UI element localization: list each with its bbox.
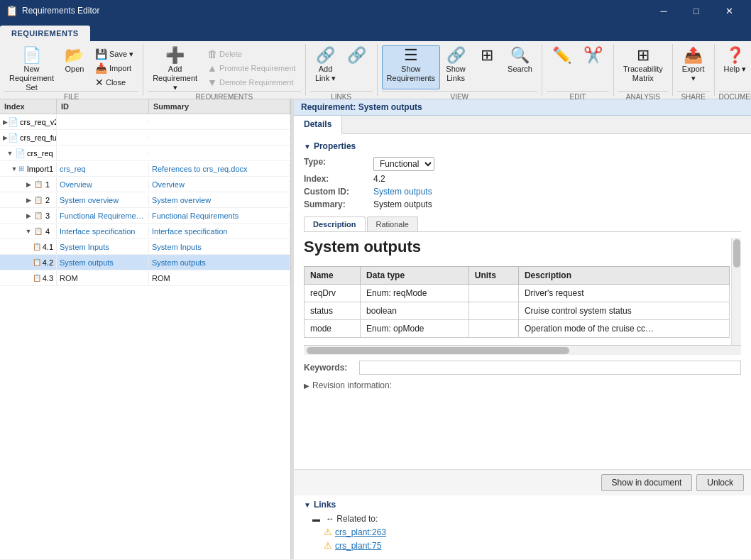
req-title: Requirement: System outputs <box>301 102 422 112</box>
show-in-document-button[interactable]: Show in document <box>601 474 693 491</box>
req-icon: 📋 <box>33 241 41 253</box>
tab-description[interactable]: Description <box>304 216 366 231</box>
tree-row[interactable]: ▶ 📋 1 Overview Overview <box>0 177 290 192</box>
show-req-icon: ☰ <box>404 48 418 63</box>
tree-row[interactable]: ▶ 📄 crs_req_func_spec <box>0 130 290 146</box>
tree-row[interactable]: ▶ 📄 crs_req_v2 <box>0 114 290 130</box>
index-value: 4.2 <box>373 174 741 184</box>
expand-btn[interactable]: ▼ <box>24 228 33 235</box>
expand-btn[interactable]: ▶ <box>24 212 33 219</box>
minimize-button[interactable]: ─ <box>647 0 680 21</box>
horizontal-scrollbar[interactable] <box>304 345 741 355</box>
new-requirement-set-button[interactable]: 📄 NewRequirement Set <box>4 45 59 89</box>
expand-btn[interactable]: ▼ <box>11 165 17 172</box>
col-units: Units <box>468 267 518 285</box>
properties-section-header[interactable]: ▼ Properties <box>304 141 741 151</box>
tree-row[interactable]: ▼ 📄 crs_req <box>0 146 290 161</box>
unlock-button[interactable]: Unlock <box>696 474 744 491</box>
links-section: ▼ Links ▬ ↔ Related to: ⚠ crs_plant:263 … <box>294 495 751 559</box>
new-req-icon: 📄 <box>22 48 41 63</box>
import-button[interactable]: 📥 Import <box>90 61 138 75</box>
expand-btn[interactable]: ▶ <box>24 197 33 204</box>
title-bar: 📋 Requirements Editor ─ □ ✕ <box>0 0 751 21</box>
data-table: Name Data type Units Description reqDrv … <box>304 266 730 338</box>
ribbon-group-file-items: 📄 NewRequirement Set 📂 Open 💾 Save ▾ 📥 I… <box>4 45 138 89</box>
help-button[interactable]: ❓ Help ▾ <box>719 45 751 89</box>
req-stack: 🗑 Delete ▲ Promote Requirement ▼ Demote … <box>202 45 300 89</box>
search-button[interactable]: 🔍 Search <box>503 45 537 89</box>
tab-rationale[interactable]: Rationale <box>367 216 418 231</box>
traceability-matrix-button[interactable]: ⊞ TraceabilityMatrix <box>618 45 668 89</box>
req-icon: ⊞ <box>17 163 25 175</box>
delete-button[interactable]: 🗑 Delete <box>202 47 300 61</box>
keywords-label: Keywords: <box>304 363 353 373</box>
links-header[interactable]: ▼ Links <box>304 495 741 512</box>
edit-button[interactable]: ✏️ <box>547 45 578 89</box>
tree-row[interactable]: ▶ 📋 3 Functional Requirements Functional… <box>0 208 290 224</box>
doc-icon: 📄 <box>8 132 18 143</box>
tree-row[interactable]: ▶ 📋 2 System overview System overview <box>0 192 290 208</box>
matrix-icon: ⊞ <box>637 48 649 63</box>
expand-btn[interactable]: ▶ <box>3 134 8 141</box>
cell-desc: Driver's request <box>518 285 729 302</box>
tree-row-selected[interactable]: 📋 4.2 System outputs System outputs <box>0 255 290 270</box>
expand-btn[interactable]: ▶ <box>24 181 33 188</box>
tree-row[interactable]: 📋 4.3 ROM ROM <box>0 270 290 286</box>
cut-button[interactable]: ✂️ <box>578 45 609 89</box>
close-file-button[interactable]: ✕ Close <box>90 75 138 89</box>
help-icon: ❓ <box>725 48 745 63</box>
tree-row[interactable]: 📋 4.1 System Inputs System Inputs <box>0 239 290 255</box>
open-button[interactable]: 📂 Open <box>59 45 90 89</box>
export-icon: 📤 <box>684 48 703 63</box>
close-button[interactable]: ✕ <box>713 0 745 21</box>
revision-label: Revision information: <box>312 380 392 390</box>
cell-units <box>468 320 518 338</box>
ribbon-group-edit: ✏️ ✂️ EDIT <box>542 44 614 96</box>
related-row: ▬ ↔ Related to: <box>304 512 741 525</box>
promote-button[interactable]: ▲ Promote Requirement <box>202 61 300 75</box>
add-requirement-button[interactable]: ➕ AddRequirement ▾ <box>148 45 202 89</box>
grid-view-button[interactable]: ⊞ <box>471 45 503 89</box>
content-title: System outputs <box>304 238 730 256</box>
search-icon: 🔍 <box>510 48 530 63</box>
req-icon: 📋 <box>33 257 41 268</box>
show-links-icon: 🔗 <box>446 48 466 63</box>
maximize-button[interactable]: □ <box>680 0 713 21</box>
table-row: status boolean Cruise control system sta… <box>305 302 730 320</box>
links-icon-button[interactable]: 🔗 <box>341 45 373 89</box>
ribbon-tab-requirements[interactable]: REQUIREMENTS <box>0 26 90 41</box>
demote-button[interactable]: ▼ Demote Requirement <box>202 75 300 89</box>
link-crs-plant-263[interactable]: crs_plant:263 <box>335 527 386 537</box>
col-datatype: Data type <box>361 267 469 285</box>
tab-details[interactable]: Details <box>294 116 342 134</box>
col-id: ID <box>57 99 149 114</box>
req-icon: 📋 <box>33 273 41 284</box>
open-icon: 📂 <box>65 48 84 63</box>
ribbon-group-edit-items: ✏️ ✂️ <box>547 45 609 89</box>
link-crs-plant-75[interactable]: crs_plant:75 <box>335 541 381 551</box>
tree-row[interactable]: ▼ ⊞ Import1 crs_req References to crs_re… <box>0 161 290 177</box>
hscroll-thumb <box>307 347 569 354</box>
add-link-button[interactable]: 🔗 AddLink ▾ <box>310 45 341 89</box>
import-icon: 📥 <box>95 62 107 74</box>
action-bar: Show in document Unlock <box>294 469 751 495</box>
expand-btn[interactable]: ▼ <box>6 150 14 157</box>
export-button[interactable]: 📤 Export ▾ <box>677 45 710 89</box>
show-links-button[interactable]: 🔗 ShowLinks <box>440 45 471 89</box>
ribbon-group-doc-items: ❓ Help ▾ <box>719 45 751 89</box>
ribbon-group-links-items: 🔗 AddLink ▾ 🔗 <box>310 45 373 89</box>
keywords-input[interactable] <box>359 361 741 375</box>
custom-id-value: System outputs <box>373 187 741 197</box>
type-select[interactable]: Functional <box>373 157 434 171</box>
expand-btn[interactable]: ▶ <box>3 119 8 126</box>
main-container: Index ID Summary ▶ 📄 crs_req_v2 ▶ <box>0 99 751 559</box>
right-scroll-container: ▼ Properties Type: Functional Index: 4.2… <box>294 134 751 559</box>
save-button[interactable]: 💾 Save ▾ <box>90 47 138 61</box>
cell-desc: Cruise control system status <box>518 302 729 320</box>
cell-datatype: boolean <box>361 302 469 320</box>
doc-icon: 📄 <box>8 116 18 128</box>
show-requirements-button[interactable]: ☰ ShowRequirements <box>382 45 440 89</box>
revision-row[interactable]: ▶ Revision information: <box>304 378 741 393</box>
cell-datatype: Enum: reqMode <box>361 285 469 302</box>
tree-row[interactable]: ▼ 📋 4 Interface specification Interface … <box>0 224 290 239</box>
